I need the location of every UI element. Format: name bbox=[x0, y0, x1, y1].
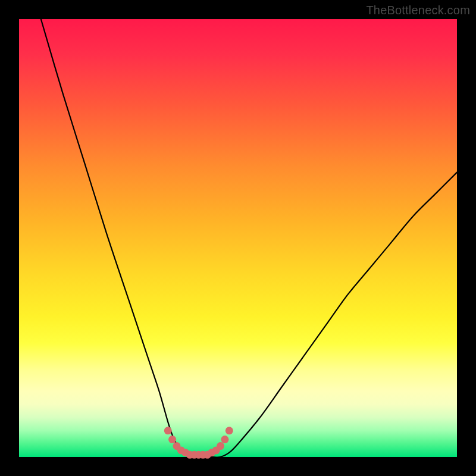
marker-dot bbox=[164, 427, 172, 434]
marker-dot bbox=[221, 436, 228, 443]
plot-area bbox=[19, 19, 457, 457]
marker-dot bbox=[168, 436, 176, 443]
bottleneck-curve-path bbox=[41, 19, 457, 458]
marker-dot bbox=[217, 442, 224, 450]
optimal-zone-markers bbox=[164, 427, 233, 458]
marker-dot bbox=[226, 427, 233, 434]
chart-frame: TheBottleneck.com bbox=[0, 0, 476, 476]
watermark-text: TheBottleneck.com bbox=[366, 4, 470, 17]
curve-svg bbox=[19, 19, 457, 457]
